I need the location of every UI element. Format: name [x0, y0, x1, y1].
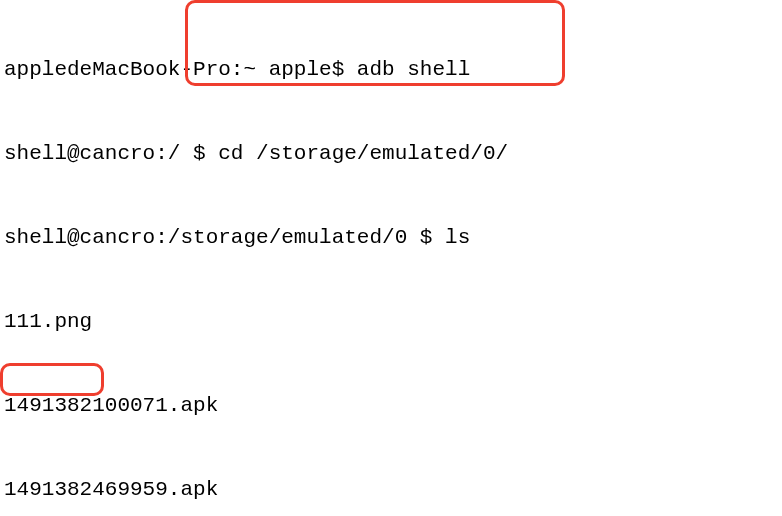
command-cd-storage: cd /storage/emulated/0/ — [218, 142, 508, 165]
prompt-device-root: shell@cancro:/ $ — [4, 142, 218, 165]
prompt-device-storage: shell@cancro:/storage/emulated/0 $ — [4, 226, 445, 249]
file-entry: 1491382100071.apk — [4, 392, 782, 420]
shell-line-2: shell@cancro:/storage/emulated/0 $ ls — [4, 224, 782, 252]
command-ls: ls — [445, 226, 470, 249]
terminal-output[interactable]: appledeMacBook-Pro:~ apple$ adb shell sh… — [0, 0, 782, 516]
file-entry: 1491382469959.apk — [4, 476, 782, 504]
shell-line-1: shell@cancro:/ $ cd /storage/emulated/0/ — [4, 140, 782, 168]
prompt-host: appledeMacBook-Pro:~ apple$ — [4, 58, 357, 81]
file-entry: 111.png — [4, 308, 782, 336]
shell-line-0: appledeMacBook-Pro:~ apple$ adb shell — [4, 56, 782, 84]
command-adb-shell: adb shell — [357, 58, 470, 81]
